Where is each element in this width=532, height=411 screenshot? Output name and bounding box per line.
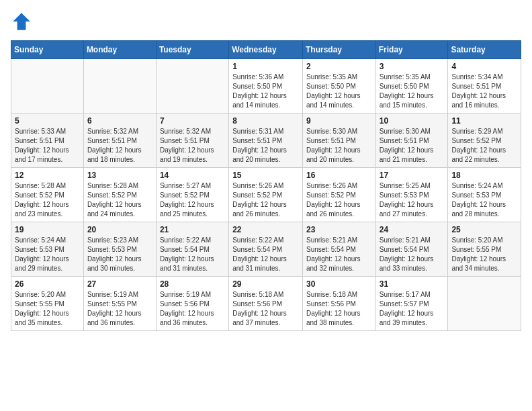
day-of-week-header: Wednesday (229, 41, 303, 59)
day-number: 8 (232, 116, 299, 126)
day-info: Sunrise: 5:29 AM Sunset: 5:52 PM Dayligh… (451, 127, 517, 165)
logo (11, 11, 35, 32)
day-number: 20 (87, 225, 152, 234)
day-number: 17 (380, 171, 445, 180)
day-number: 16 (306, 171, 372, 180)
day-number: 22 (232, 225, 299, 234)
svg-marker-0 (13, 13, 30, 30)
day-number: 31 (380, 279, 445, 289)
calendar-cell: 28Sunrise: 5:19 AM Sunset: 5:56 PM Dayli… (156, 277, 228, 331)
calendar-cell: 27Sunrise: 5:19 AM Sunset: 5:55 PM Dayli… (83, 277, 156, 331)
calendar-cell: 7Sunrise: 5:32 AM Sunset: 5:51 PM Daylig… (156, 113, 228, 168)
day-info: Sunrise: 5:35 AM Sunset: 5:50 PM Dayligh… (380, 73, 445, 110)
day-number: 7 (160, 116, 225, 126)
calendar-cell: 4Sunrise: 5:34 AM Sunset: 5:51 PM Daylig… (448, 59, 521, 113)
calendar-cell: 25Sunrise: 5:20 AM Sunset: 5:55 PM Dayli… (448, 222, 521, 277)
day-of-week-header: Monday (83, 41, 156, 59)
day-number: 18 (451, 171, 517, 180)
calendar-cell: 21Sunrise: 5:22 AM Sunset: 5:54 PM Dayli… (156, 222, 228, 277)
day-info: Sunrise: 5:20 AM Sunset: 5:55 PM Dayligh… (15, 290, 80, 328)
day-of-week-header: Friday (375, 41, 448, 59)
calendar-cell: 1Sunrise: 5:36 AM Sunset: 5:50 PM Daylig… (229, 59, 303, 113)
day-number: 2 (306, 62, 372, 71)
day-number: 24 (380, 225, 445, 234)
day-info: Sunrise: 5:27 AM Sunset: 5:52 PM Dayligh… (160, 181, 225, 219)
calendar-cell (156, 59, 228, 113)
day-number: 30 (306, 279, 372, 289)
day-number: 6 (87, 116, 152, 126)
day-number: 1 (232, 62, 299, 71)
calendar: SundayMondayTuesdayWednesdayThursdayFrid… (11, 40, 521, 331)
day-info: Sunrise: 5:24 AM Sunset: 5:53 PM Dayligh… (451, 181, 517, 219)
day-info: Sunrise: 5:25 AM Sunset: 5:53 PM Dayligh… (380, 181, 445, 219)
calendar-cell: 26Sunrise: 5:20 AM Sunset: 5:55 PM Dayli… (11, 277, 84, 331)
day-info: Sunrise: 5:19 AM Sunset: 5:56 PM Dayligh… (160, 290, 225, 328)
calendar-cell: 5Sunrise: 5:33 AM Sunset: 5:51 PM Daylig… (11, 113, 84, 168)
day-of-week-header: Tuesday (156, 41, 228, 59)
day-info: Sunrise: 5:36 AM Sunset: 5:50 PM Dayligh… (232, 73, 299, 110)
day-info: Sunrise: 5:23 AM Sunset: 5:53 PM Dayligh… (87, 236, 152, 273)
day-number: 28 (160, 279, 225, 289)
day-info: Sunrise: 5:35 AM Sunset: 5:50 PM Dayligh… (306, 73, 372, 110)
day-info: Sunrise: 5:26 AM Sunset: 5:52 PM Dayligh… (232, 181, 299, 219)
day-info: Sunrise: 5:21 AM Sunset: 5:54 PM Dayligh… (380, 236, 445, 273)
day-info: Sunrise: 5:28 AM Sunset: 5:52 PM Dayligh… (15, 181, 80, 219)
day-number: 3 (380, 62, 445, 71)
day-number: 29 (232, 279, 299, 289)
day-info: Sunrise: 5:19 AM Sunset: 5:55 PM Dayligh… (87, 290, 152, 328)
calendar-cell (83, 59, 156, 113)
day-info: Sunrise: 5:26 AM Sunset: 5:52 PM Dayligh… (306, 181, 372, 219)
logo-icon (11, 11, 32, 32)
calendar-week-row: 12Sunrise: 5:28 AM Sunset: 5:52 PM Dayli… (11, 168, 521, 222)
calendar-cell: 10Sunrise: 5:30 AM Sunset: 5:51 PM Dayli… (375, 113, 448, 168)
calendar-cell: 15Sunrise: 5:26 AM Sunset: 5:52 PM Dayli… (229, 168, 303, 222)
header (11, 11, 521, 32)
day-of-week-header: Sunday (11, 41, 84, 59)
calendar-cell: 23Sunrise: 5:21 AM Sunset: 5:54 PM Dayli… (302, 222, 375, 277)
day-info: Sunrise: 5:18 AM Sunset: 5:56 PM Dayligh… (306, 290, 372, 328)
calendar-week-row: 5Sunrise: 5:33 AM Sunset: 5:51 PM Daylig… (11, 113, 521, 168)
calendar-cell: 17Sunrise: 5:25 AM Sunset: 5:53 PM Dayli… (375, 168, 448, 222)
day-number: 11 (451, 116, 517, 126)
calendar-cell: 18Sunrise: 5:24 AM Sunset: 5:53 PM Dayli… (448, 168, 521, 222)
day-number: 4 (451, 62, 517, 71)
day-number: 10 (380, 116, 445, 126)
day-number: 21 (160, 225, 225, 234)
day-info: Sunrise: 5:32 AM Sunset: 5:51 PM Dayligh… (160, 127, 225, 165)
calendar-cell: 12Sunrise: 5:28 AM Sunset: 5:52 PM Dayli… (11, 168, 84, 222)
calendar-cell: 19Sunrise: 5:24 AM Sunset: 5:53 PM Dayli… (11, 222, 84, 277)
day-info: Sunrise: 5:20 AM Sunset: 5:55 PM Dayligh… (451, 236, 517, 273)
day-number: 9 (306, 116, 372, 126)
calendar-cell: 31Sunrise: 5:17 AM Sunset: 5:57 PM Dayli… (375, 277, 448, 331)
day-number: 15 (232, 171, 299, 180)
calendar-cell: 13Sunrise: 5:28 AM Sunset: 5:52 PM Dayli… (83, 168, 156, 222)
day-number: 26 (15, 279, 80, 289)
calendar-cell (448, 277, 521, 331)
day-info: Sunrise: 5:30 AM Sunset: 5:51 PM Dayligh… (306, 127, 372, 165)
calendar-cell: 3Sunrise: 5:35 AM Sunset: 5:50 PM Daylig… (375, 59, 448, 113)
day-number: 25 (451, 225, 517, 234)
day-info: Sunrise: 5:34 AM Sunset: 5:51 PM Dayligh… (451, 73, 517, 110)
calendar-cell: 20Sunrise: 5:23 AM Sunset: 5:53 PM Dayli… (83, 222, 156, 277)
day-number: 13 (87, 171, 152, 180)
day-info: Sunrise: 5:33 AM Sunset: 5:51 PM Dayligh… (15, 127, 80, 165)
day-number: 14 (160, 171, 225, 180)
day-info: Sunrise: 5:22 AM Sunset: 5:54 PM Dayligh… (160, 236, 225, 273)
calendar-cell: 29Sunrise: 5:18 AM Sunset: 5:56 PM Dayli… (229, 277, 303, 331)
calendar-cell: 2Sunrise: 5:35 AM Sunset: 5:50 PM Daylig… (302, 59, 375, 113)
calendar-cell: 16Sunrise: 5:26 AM Sunset: 5:52 PM Dayli… (302, 168, 375, 222)
day-number: 23 (306, 225, 372, 234)
day-info: Sunrise: 5:28 AM Sunset: 5:52 PM Dayligh… (87, 181, 152, 219)
calendar-cell: 6Sunrise: 5:32 AM Sunset: 5:51 PM Daylig… (83, 113, 156, 168)
calendar-week-row: 1Sunrise: 5:36 AM Sunset: 5:50 PM Daylig… (11, 59, 521, 113)
day-number: 5 (15, 116, 80, 126)
calendar-cell: 22Sunrise: 5:22 AM Sunset: 5:54 PM Dayli… (229, 222, 303, 277)
day-number: 27 (87, 279, 152, 289)
day-of-week-header: Saturday (448, 41, 521, 59)
day-info: Sunrise: 5:22 AM Sunset: 5:54 PM Dayligh… (232, 236, 299, 273)
day-info: Sunrise: 5:30 AM Sunset: 5:51 PM Dayligh… (380, 127, 445, 165)
calendar-week-row: 19Sunrise: 5:24 AM Sunset: 5:53 PM Dayli… (11, 222, 521, 277)
calendar-week-row: 26Sunrise: 5:20 AM Sunset: 5:55 PM Dayli… (11, 277, 521, 331)
calendar-cell: 30Sunrise: 5:18 AM Sunset: 5:56 PM Dayli… (302, 277, 375, 331)
day-of-week-header: Thursday (302, 41, 375, 59)
